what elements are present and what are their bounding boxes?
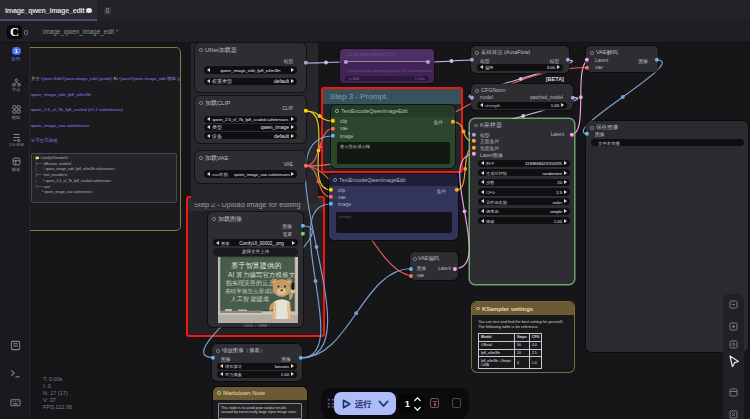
svg-text:人工智 能建成: 人工智 能建成 — [230, 295, 269, 303]
svg-text:AI 算力编写官方模板文: AI 算力编写官方模板文 — [228, 271, 296, 279]
svg-text:基于智算提供的: 基于智算提供的 — [231, 261, 281, 270]
